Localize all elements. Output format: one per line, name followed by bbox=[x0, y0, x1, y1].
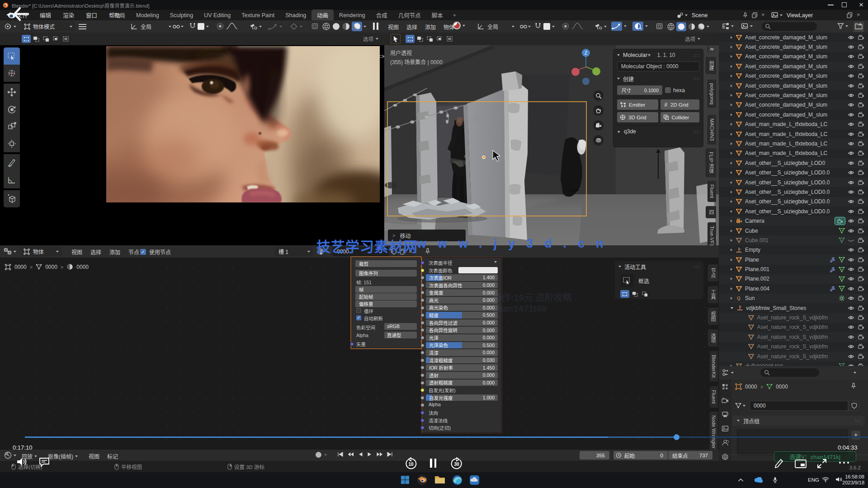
svg-text:Z: Z bbox=[585, 51, 587, 56]
